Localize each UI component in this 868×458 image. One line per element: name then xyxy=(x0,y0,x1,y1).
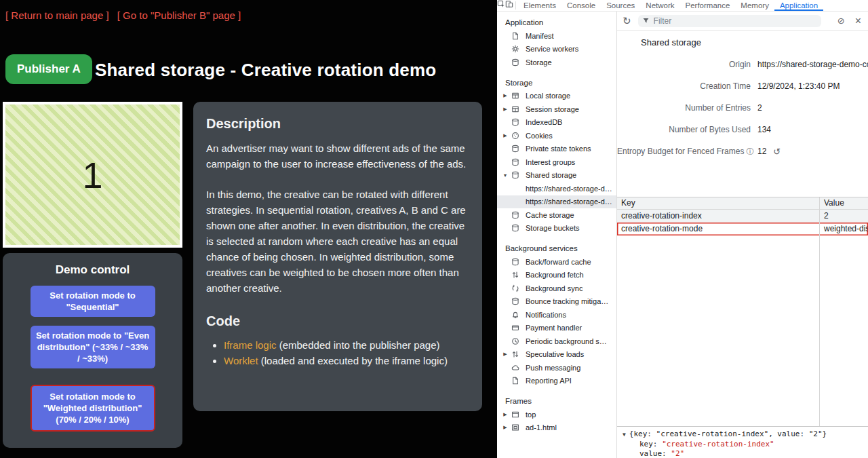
sidebar-item-indexeddb[interactable]: IndexedDB xyxy=(497,116,616,130)
sidebar-item-storage-buckets[interactable]: Storage buckets xyxy=(497,222,616,235)
report-label: Number of Entries xyxy=(617,103,751,113)
sidebar-item-speculative-loads[interactable]: ▶ Speculative loads xyxy=(497,348,616,362)
tab-sources[interactable]: Sources xyxy=(601,0,640,11)
report-value-text: 12/9/2024, 1:23:40 PM xyxy=(757,81,840,91)
chevron-right-icon[interactable]: ▶ xyxy=(502,425,509,430)
sidebar-item-label: Shared storage xyxy=(526,171,576,179)
sidebar-item-label: Local storage xyxy=(526,92,570,100)
devtools-panel: Elements Console Sources Network Perform… xyxy=(497,0,868,458)
iframe-logic-link[interactable]: Iframe logic xyxy=(224,339,277,351)
sidebar-item-label: Bounce tracking mitiga… xyxy=(526,297,608,305)
inspect-icon[interactable] xyxy=(497,0,505,8)
tab-console[interactable]: Console xyxy=(561,0,601,11)
refresh-icon[interactable]: ↻ xyxy=(623,15,631,27)
tab-application[interactable]: Application xyxy=(774,0,823,11)
report-row: Origin https://shared-storage-demo-co xyxy=(617,54,868,75)
gear-icon xyxy=(511,45,519,53)
database-icon xyxy=(511,211,519,219)
database-icon xyxy=(511,297,519,305)
sidebar-item-private-state-tokens[interactable]: Private state tokens xyxy=(497,142,616,156)
tab-network[interactable]: Network xyxy=(640,0,679,11)
sidebar-item-label: IndexedDB xyxy=(526,118,562,126)
sidebar-item-cookies[interactable]: ▶ Cookies xyxy=(497,129,616,142)
report-label: Creation Time xyxy=(617,81,751,91)
chevron-right-icon[interactable]: ▶ xyxy=(502,93,509,98)
database-icon xyxy=(511,118,519,126)
sidebar-item-payment-handler[interactable]: Payment handler xyxy=(497,322,616,335)
return-main-link[interactable]: [ Return to main page ] xyxy=(5,9,109,21)
storage-items-table: Key Value creative-rotation-index 2 crea… xyxy=(617,197,868,426)
report-value: 2 xyxy=(751,103,868,113)
fetch-icon xyxy=(511,271,519,279)
preview-value-line: value: "2" xyxy=(623,449,868,458)
sidebar-item-frame-ad-1[interactable]: ▶ ad-1.html xyxy=(497,421,616,435)
sidebar-item-shared-storage[interactable]: ▼ Shared storage xyxy=(497,169,616,183)
chevron-right-icon[interactable]: ▶ xyxy=(502,412,509,417)
sidebar-section-frames: Frames xyxy=(497,394,616,408)
table-row[interactable]: creative-rotation-mode weighted-dist xyxy=(617,223,868,235)
publisher-b-link[interactable]: [ Go to "Publisher B" page ] xyxy=(117,9,241,21)
demo-control-heading: Demo control xyxy=(3,263,182,277)
sidebar-section-background-services: Background services xyxy=(497,242,616,255)
description-paragraph-2: In this demo, the creative can be rotate… xyxy=(206,187,469,296)
chevron-right-icon[interactable]: ▶ xyxy=(502,351,509,357)
column-header-value[interactable]: Value xyxy=(819,197,868,209)
sidebar-item-bounce-tracking[interactable]: Bounce tracking mitiga… xyxy=(497,295,616,309)
tab-memory[interactable]: Memory xyxy=(735,0,774,11)
sidebar-item-storage[interactable]: Storage xyxy=(497,56,616,69)
table-row[interactable]: creative-rotation-index 2 xyxy=(617,210,868,223)
cookie-icon xyxy=(511,132,519,140)
publisher-page: [ Return to main page ] [ Go to "Publish… xyxy=(0,0,497,458)
sidebar-item-local-storage[interactable]: ▶ Local storage xyxy=(497,90,616,103)
device-toolbar-icon[interactable] xyxy=(505,0,513,8)
sidebar-item-periodic-background-sync[interactable]: Periodic background s… xyxy=(497,335,616,348)
close-icon[interactable]: × xyxy=(855,15,861,27)
cloud-icon xyxy=(511,364,519,372)
sidebar-item-cache-storage[interactable]: Cache storage xyxy=(497,208,616,222)
sidebar-item-frame-top[interactable]: ▶ top xyxy=(497,408,616,421)
column-header-key[interactable]: Key xyxy=(617,197,819,209)
sidebar-item-push-messaging[interactable]: Push messaging xyxy=(497,361,616,375)
filter-box[interactable] xyxy=(638,15,821,27)
sidebar-item-shared-storage-origin-2[interactable]: https://shared-storage-d… xyxy=(497,195,616,209)
sidebar-section-storage: Storage xyxy=(497,76,616,90)
sidebar-item-reporting-api[interactable]: Reporting API xyxy=(497,375,616,388)
chevron-down-icon[interactable]: ▼ xyxy=(623,432,626,438)
description-heading: Description xyxy=(206,116,469,132)
page-title: Shared storage - Creative rotation demo xyxy=(95,60,436,81)
report-label: Number of Bytes Used xyxy=(617,125,751,134)
worklet-link[interactable]: Worklet xyxy=(224,355,258,366)
preview-summary: {key: "creative-rotation-index", value: … xyxy=(629,430,827,438)
table-icon xyxy=(511,105,519,113)
tab-elements[interactable]: Elements xyxy=(518,0,561,11)
creative-number: 1 xyxy=(82,154,102,196)
sidebar-item-background-fetch[interactable]: Background fetch xyxy=(497,269,616,282)
chevron-right-icon[interactable]: ▶ xyxy=(502,133,509,138)
sidebar-item-background-sync[interactable]: Background sync xyxy=(497,282,616,295)
chevron-down-icon[interactable]: ▼ xyxy=(502,173,509,178)
rotation-sequential-button[interactable]: Set rotation mode to "Sequential" xyxy=(31,286,155,317)
sidebar-item-label: Manifest xyxy=(526,32,554,40)
sidebar-item-notifications[interactable]: Notifications xyxy=(497,308,616,322)
tab-performance[interactable]: Performance xyxy=(680,0,736,11)
rotation-even-button[interactable]: Set rotation mode to "Even distribution"… xyxy=(31,326,155,368)
report-value-text: https://shared-storage-demo-co xyxy=(757,60,868,69)
sidebar-item-interest-groups[interactable]: Interest groups xyxy=(497,155,616,169)
clear-all-icon[interactable]: ⊘ xyxy=(837,16,845,26)
reset-entropy-icon[interactable]: ↺ xyxy=(773,147,781,157)
sidebar-item-shared-storage-origin-1[interactable]: https://shared-storage-d… xyxy=(497,182,616,195)
report-value-text: 2 xyxy=(757,103,762,113)
column-divider[interactable] xyxy=(819,197,820,426)
preview-key-line: key: "creative-rotation-index" xyxy=(623,440,868,449)
rotation-weighted-button[interactable]: Set rotation mode to "Weighted distribut… xyxy=(31,385,155,432)
ad-creative-frame[interactable]: 1 xyxy=(3,102,182,248)
sidebar-item-manifest[interactable]: Manifest xyxy=(497,29,616,43)
description-panel: Description An advertiser may want to sh… xyxy=(193,102,482,411)
chevron-right-icon[interactable]: ▶ xyxy=(502,107,509,112)
tabbar-divider xyxy=(515,1,516,9)
sidebar-item-label: https://shared-storage-d… xyxy=(526,197,612,206)
sidebar-item-back-forward-cache[interactable]: Back/forward cache xyxy=(497,255,616,269)
filter-input[interactable] xyxy=(654,16,817,26)
sidebar-item-session-storage[interactable]: ▶ Session storage xyxy=(497,102,616,116)
sidebar-item-service-workers[interactable]: Service workers xyxy=(497,43,616,56)
